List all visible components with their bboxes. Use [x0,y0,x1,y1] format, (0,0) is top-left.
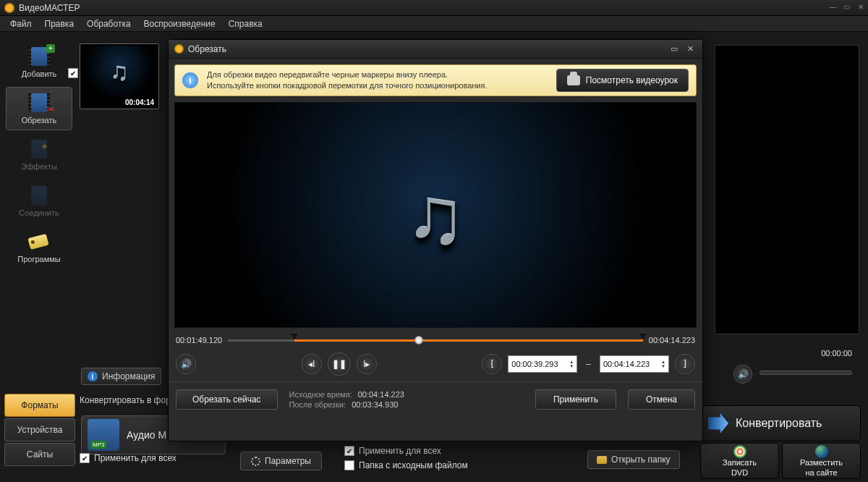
burn-dvd-label2: DVD [731,468,748,477]
app-title: ВидеоМАСТЕР [19,3,80,13]
sidebar-programs[interactable]: Программы [6,226,72,269]
music-note-icon: ♫ [406,169,466,261]
frame-forward-button[interactable]: I▸ [357,354,377,374]
publish-button[interactable]: Разместить на сайте [782,443,861,479]
dialog-separator [169,381,702,382]
output-tabs: Форматы Устройства Сайты [4,394,75,468]
watch-tutorial-button[interactable]: Посмотреть видеоурок [556,69,689,92]
convert-button[interactable]: Конвертировать [700,405,861,441]
tab-devices[interactable]: Устройства [4,418,75,441]
out-point-field[interactable]: 00:04:14.223 ▲▼ [600,355,669,373]
trim-dialog: Обрезать ▭ ✕ i Для обрезки видео передви… [168,39,703,441]
publish-label1: Разместить [800,458,843,467]
minimize-icon[interactable]: — [828,2,838,12]
app-logo-icon [4,3,14,13]
format-icon: MP3 [88,419,119,451]
sidebar-programs-label: Программы [17,255,60,263]
tab-formats[interactable]: Форматы [4,394,75,417]
src-time-value: 00:04:14.223 [358,390,404,399]
menu-help[interactable]: Справка [223,17,268,30]
tip-line1: Для обрезки видео передвигайте черные ма… [207,69,548,80]
dvd-icon [731,445,749,458]
effects-icon: ✦ [27,140,51,160]
dialog-title: Обрезать [188,44,665,54]
menubar: Файл Правка Обработка Воспроизведение Сп… [0,16,868,32]
convert-to-label: Конвертировать в фор [80,395,171,405]
trim-marker-end[interactable] [639,334,647,347]
apply-all-mid-checkbox[interactable]: ✔ [344,446,354,456]
trim-meta: Исходное время:00:04:14.223 После обрезк… [289,390,404,409]
dialog-close-icon[interactable]: ✕ [684,43,697,55]
sidebar-join: Соединить [6,179,72,223]
dialog-tip: i Для обрезки видео передвигайте черные … [174,64,697,96]
main-area: + Добавить ✂ Обрезать ✦ Эффекты Соединит… [0,32,868,482]
left-sidebar: + Добавить ✂ Обрезать ✦ Эффекты Соединит… [3,38,75,272]
parameters-label: Параметры [265,456,311,466]
globe-icon [813,445,830,458]
clip-thumbnail[interactable]: ✔ ♫ 00:04:14 [80,43,159,109]
convert-label: Конвертировать [736,417,822,430]
info-label: Информация [102,371,155,381]
publish-label2: на сайте [805,468,837,477]
set-out-point-button[interactable]: ] [675,354,695,374]
menu-file[interactable]: Файл [4,17,38,30]
clip-checkbox[interactable]: ✔ [68,68,78,78]
dialog-minimize-icon[interactable]: ▭ [668,43,681,55]
track-time-right: 00:04:14.223 [649,336,695,344]
titlebar: ВидеоМАСТЕР — ▭ ✕ [0,0,868,16]
parameters-button[interactable]: Параметры [240,452,322,470]
track-time-left: 00:01:49.120 [176,336,222,344]
sidebar-cut[interactable]: ✂ Обрезать [6,87,72,130]
cut-now-button[interactable]: Обрезать сейчас [176,389,278,410]
main-volume-slider[interactable] [760,371,852,375]
in-point-field[interactable]: 00:00:39.293 ▲▼ [508,355,577,373]
sidebar-add-label: Добавить [22,69,57,78]
maximize-icon[interactable]: ▭ [842,2,851,12]
folder-source[interactable]: Папка с исходным файлом [344,460,468,470]
playhead[interactable] [414,336,423,344]
apply-all-left[interactable]: ✔ Применить для всех [80,453,176,463]
dialog-volume-button[interactable]: 🔊 [176,354,196,374]
film-add-icon: + [27,47,51,67]
clip-duration: 00:04:14 [82,98,157,107]
play-pause-button[interactable]: ❚❚ [328,352,351,376]
info-icon: i [182,72,198,88]
trim-marker-start[interactable] [291,334,298,347]
dialog-titlebar[interactable]: Обрезать ▭ ✕ [169,40,702,59]
in-down[interactable]: ▼ [569,364,574,368]
info-button[interactable]: i Информация [81,368,161,385]
apply-all-mid-label: Применить для всех [359,446,441,456]
apply-all-left-checkbox[interactable]: ✔ [80,453,90,463]
info-icon: i [88,371,98,381]
frame-back-button[interactable]: ◂I [302,354,322,374]
burn-dvd-button[interactable]: Записать DVD [700,443,779,479]
tab-sites[interactable]: Сайты [4,443,75,466]
trim-track[interactable] [228,334,643,347]
sidebar-cut-label: Обрезать [22,116,57,124]
menu-edit[interactable]: Правка [39,17,80,30]
set-in-point-button[interactable]: [ [482,354,502,374]
folder-source-checkbox[interactable] [344,460,354,470]
dialog-preview: ♫ [174,102,697,328]
sidebar-effects-label: Эффекты [21,162,57,171]
apply-all-mid[interactable]: ✔ Применить для всех [344,446,468,456]
main-preview [715,45,859,334]
out-down[interactable]: ▼ [661,364,665,368]
clip-image: ♫ [82,46,157,98]
main-volume-button[interactable]: 🔊 [733,365,752,384]
menu-process[interactable]: Обработка [81,17,137,30]
close-icon[interactable]: ✕ [856,2,865,12]
burn-dvd-label1: Записать [723,458,757,467]
programs-icon [27,232,51,253]
film-cut-icon: ✂ [27,93,51,114]
open-folder-button[interactable]: Открыть папку [587,450,680,469]
tutorial-label: Посмотреть видеоурок [586,75,678,85]
menu-playback[interactable]: Воспроизведение [138,17,221,30]
apply-button[interactable]: Применить [535,389,616,410]
track-selection [294,339,643,342]
sidebar-add[interactable]: + Добавить [6,41,72,84]
mid-checkboxes: ✔ Применить для всех Папка с исходным фа… [344,446,468,470]
cancel-button[interactable]: Отмена [628,389,695,410]
camera-icon [567,75,580,85]
format-name: Аудио M [127,429,166,441]
